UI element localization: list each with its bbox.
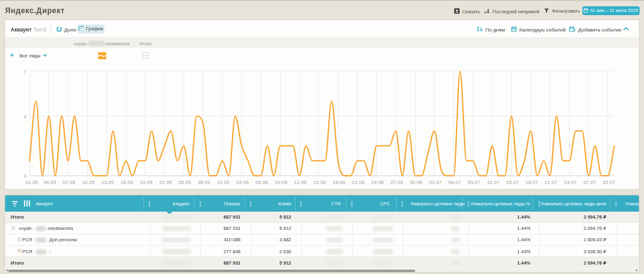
svg-text:07.05: 07.05: [63, 180, 76, 185]
svg-text:15.07: 15.07: [506, 180, 519, 185]
svg-text:30.06: 30.06: [410, 180, 423, 185]
svg-text:03.07: 03.07: [429, 180, 442, 185]
svg-text:01.05: 01.05: [25, 180, 38, 185]
svg-text:12.06: 12.06: [294, 180, 308, 185]
svg-text:7: 7: [24, 69, 27, 74]
svg-text:03.06: 03.06: [236, 180, 250, 185]
svg-text:25.05: 25.05: [179, 180, 192, 185]
svg-text:21.06: 21.06: [352, 180, 365, 185]
svg-text:18.06: 18.06: [333, 180, 346, 185]
svg-text:06.06: 06.06: [255, 180, 269, 185]
svg-text:19.05: 19.05: [140, 180, 153, 185]
svg-text:27.07: 27.07: [583, 180, 596, 185]
svg-text:04.05: 04.05: [43, 180, 57, 185]
svg-text:09.07: 09.07: [467, 180, 480, 185]
svg-text:06.07: 06.07: [448, 180, 462, 185]
svg-text:31.05: 31.05: [217, 180, 230, 185]
svg-text:22.05: 22.05: [159, 180, 172, 185]
svg-text:30.07: 30.07: [602, 180, 616, 185]
svg-text:12.07: 12.07: [487, 180, 500, 185]
svg-text:24.07: 24.07: [564, 180, 577, 185]
svg-text:15.06: 15.06: [313, 180, 326, 185]
svg-text:10.05: 10.05: [82, 180, 95, 185]
svg-text:18.07: 18.07: [525, 180, 538, 185]
svg-text:0: 0: [24, 173, 27, 179]
svg-text:4: 4: [24, 114, 27, 120]
svg-text:28.05: 28.05: [197, 180, 211, 185]
svg-text:21.07: 21.07: [545, 180, 558, 185]
svg-text:24.06: 24.06: [371, 180, 384, 185]
svg-text:16.05: 16.05: [121, 180, 134, 185]
svg-text:13.05: 13.05: [101, 180, 114, 185]
svg-text:27.06: 27.06: [391, 180, 404, 185]
svg-text:09.06: 09.06: [275, 180, 288, 185]
